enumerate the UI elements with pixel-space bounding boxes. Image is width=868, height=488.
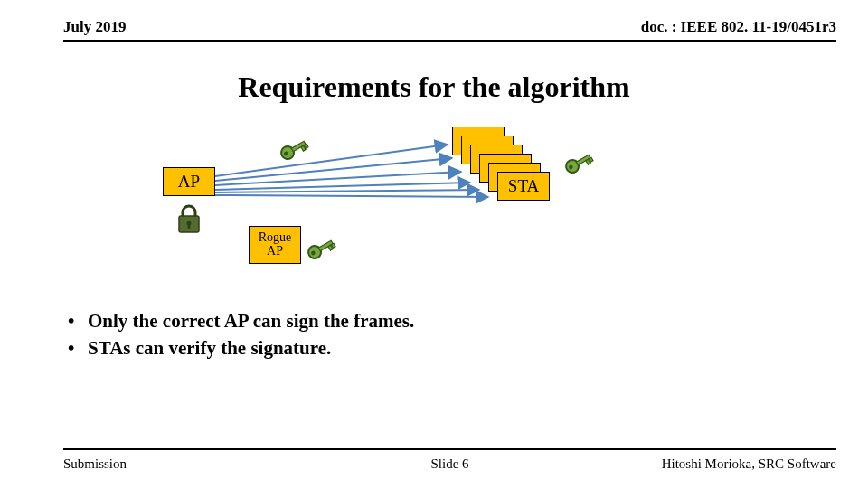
- header-docnum: doc. : IEEE 802. 11-19/0451r3: [641, 18, 836, 36]
- lock-icon: [176, 203, 202, 238]
- bullets: • Only the correct AP can sign the frame…: [68, 307, 414, 362]
- svg-line-5: [215, 195, 488, 197]
- rogue-ap-label: Rogue AP: [259, 231, 292, 258]
- rogue-ap-node: Rogue AP: [249, 226, 301, 264]
- slide: July 2019 doc. : IEEE 802. 11-19/0451r3 …: [0, 0, 868, 488]
- bullet-item: • STAs can verify the signature.: [68, 334, 414, 361]
- bullet-text: Only the correct AP can sign the frames.: [88, 307, 414, 334]
- svg-line-2: [215, 172, 461, 185]
- footer-author: Hitoshi Morioka, SRC Software: [662, 456, 836, 472]
- key-icon: [276, 131, 312, 167]
- key-icon: [561, 145, 597, 181]
- bullet-text: STAs can verify the signature.: [88, 334, 331, 361]
- svg-rect-23: [188, 224, 191, 229]
- bullet-dot: •: [68, 334, 88, 361]
- svg-line-0: [215, 145, 448, 176]
- footer-rule: [63, 448, 836, 450]
- ap-node: AP: [163, 167, 215, 196]
- diagram: AP STA Rogue AP: [163, 117, 633, 289]
- bullet-dot: •: [68, 307, 88, 334]
- header-rule: [63, 40, 836, 42]
- svg-line-1: [215, 158, 452, 181]
- bullet-item: • Only the correct AP can sign the frame…: [68, 307, 414, 334]
- footer: Submission Slide 6 Hitoshi Morioka, SRC …: [63, 456, 836, 472]
- arrows: [163, 117, 633, 289]
- svg-line-4: [215, 190, 479, 192]
- sta-box-front: STA: [497, 172, 550, 201]
- header-date: July 2019: [63, 18, 126, 35]
- ap-label: AP: [178, 172, 200, 192]
- page-title: Requirements for the algorithm: [0, 70, 868, 104]
- sta-label: STA: [508, 176, 539, 196]
- sta-stack: STA: [452, 127, 552, 217]
- key-icon: [303, 230, 339, 267]
- svg-line-3: [215, 183, 470, 190]
